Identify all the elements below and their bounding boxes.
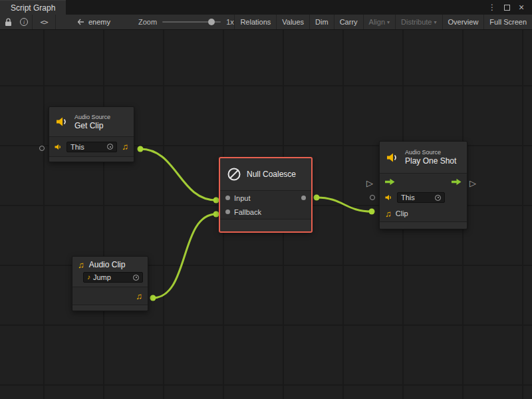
graph-breadcrumb[interactable]: enemy	[77, 18, 110, 26]
dim-button[interactable]: Dim	[309, 15, 334, 29]
flow-port-row	[380, 174, 467, 190]
info-icon: i	[20, 18, 28, 26]
fullscreen-button[interactable]: Full Screen	[483, 15, 532, 29]
carry-button[interactable]: Carry	[334, 15, 363, 29]
node-title-block: Audio Source Play One Shot	[405, 149, 456, 166]
node-title: Null Coalesce	[247, 170, 296, 179]
speaker-icon	[385, 194, 393, 201]
window-controls: ⋮ ×	[487, 0, 532, 15]
port-playoneshot-flow-out[interactable]: ▷	[469, 179, 476, 188]
port-playoneshot-flow-in[interactable]: ▷	[366, 179, 373, 188]
zoom-value: 1x	[226, 18, 234, 26]
audio-source-icon	[386, 152, 400, 164]
unity-graph-window: Script Graph ⋮ × i <> enemy	[0, 0, 532, 399]
clip-value: Jump	[93, 273, 111, 281]
graph-pointer-icon	[77, 19, 84, 25]
node-null-coalesce-body: Input Fallback	[220, 190, 311, 219]
distribute-button[interactable]: Distribute ▾	[395, 15, 442, 29]
audio-clip-note-icon: ♫	[385, 209, 392, 218]
this-port-row: This ♫	[49, 137, 134, 156]
audio-source-icon	[56, 116, 69, 128]
zoom-control: Zoom 1x	[138, 18, 234, 26]
this-object-field[interactable]: This	[66, 142, 117, 152]
port-playoneshot-clip	[369, 209, 375, 215]
zoom-slider[interactable]	[162, 21, 221, 23]
this-object-field[interactable]: This	[397, 192, 445, 203]
object-picker-icon[interactable]	[107, 144, 113, 150]
code-view-button[interactable]: <>	[33, 15, 55, 29]
overview-button[interactable]: Overview	[442, 15, 484, 29]
output-port-dot[interactable]	[301, 196, 306, 200]
menu-kebab-icon[interactable]: ⋮	[487, 2, 497, 13]
wire-output-to-clip	[317, 198, 372, 211]
node-category: Audio Source	[405, 149, 456, 156]
node-footer	[380, 222, 467, 229]
port-playoneshot-this-input[interactable]	[370, 195, 375, 200]
graph-name: enemy	[88, 18, 110, 26]
fallback-port-label: Fallback	[234, 208, 261, 216]
speaker-icon	[55, 144, 63, 150]
clip-object-field[interactable]: ♪ Jump	[83, 272, 143, 283]
object-picker-icon[interactable]	[133, 275, 139, 281]
input-port-label: Input	[234, 194, 250, 202]
port-nullcoalesce-input	[213, 198, 219, 203]
input-port-row: Input	[220, 191, 311, 205]
input-port-dot[interactable]	[225, 196, 230, 200]
values-button[interactable]: Values	[276, 15, 309, 29]
flow-in-arrow-icon[interactable]	[385, 178, 395, 186]
lock-button[interactable]	[0, 15, 16, 29]
port-nullcoalesce-output	[314, 195, 320, 201]
note-icon: ♪	[87, 274, 90, 281]
close-icon[interactable]: ×	[516, 2, 527, 13]
node-get-clip[interactable]: Audio Source Get Clip This ♫	[49, 106, 134, 162]
fallback-port-row: Fallback	[220, 205, 311, 219]
node-footer	[72, 305, 148, 311]
node-null-coalesce-header: Null Coalesce	[220, 158, 311, 190]
node-title-block: Audio Source Get Clip	[74, 114, 110, 130]
port-getclip-this-input[interactable]	[39, 146, 45, 151]
relations-button[interactable]: Relations	[234, 15, 276, 29]
tab-script-graph[interactable]: Script Graph	[0, 0, 66, 15]
wire-getclip-to-input	[140, 149, 216, 200]
wire-audioclip-to-fallback	[153, 214, 216, 298]
toolbar-divider	[55, 15, 56, 29]
node-null-coalesce[interactable]: Null Coalesce Input Fallback	[219, 158, 312, 232]
clip-port-row: ♫ Clip	[380, 205, 467, 221]
node-audio-clip-body: ♫	[72, 287, 148, 305]
port-nullcoalesce-fallback	[213, 211, 219, 217]
node-get-clip-header: Audio Source Get Clip	[49, 107, 134, 136]
node-title-row: ♫ Audio Clip	[78, 260, 142, 269]
node-footer	[49, 157, 134, 162]
tab-title: Script Graph	[11, 3, 55, 13]
audio-clip-note-icon: ♫	[78, 261, 84, 269]
port-audioclip-output	[150, 295, 156, 301]
zoom-slider-handle[interactable]	[208, 19, 215, 25]
node-audio-clip-header: ♫ Audio Clip ♪ Jump	[72, 257, 148, 285]
node-play-one-shot-body: This ♫ Clip	[380, 173, 467, 222]
graph-toolbar: i <> enemy Zoom 1x Relations Values Dim …	[0, 15, 532, 30]
this-port-row: This	[380, 190, 467, 205]
node-title: Audio Clip	[89, 260, 126, 269]
node-audio-clip[interactable]: ♫ Audio Clip ♪ Jump ♫	[72, 256, 148, 311]
audio-clip-note-icon: ♫	[136, 292, 142, 301]
node-get-clip-body: This ♫	[49, 136, 134, 157]
flow-out-arrow-icon[interactable]	[452, 178, 462, 186]
maximize-icon[interactable]	[501, 2, 512, 13]
object-picker-icon[interactable]	[435, 195, 441, 201]
audio-clip-note-icon: ♫	[122, 142, 128, 151]
node-footer	[220, 219, 311, 230]
node-play-one-shot[interactable]: Audio Source Play One Shot	[379, 141, 467, 229]
clip-port-label: Clip	[396, 209, 408, 217]
chevron-down-icon: ▾	[387, 19, 390, 25]
graph-canvas[interactable]: ▷ ▷ Audio Source Get Clip	[0, 30, 532, 399]
node-title: Get Clip	[74, 121, 110, 130]
info-button[interactable]: i	[16, 15, 32, 29]
chevron-down-icon: ▾	[434, 19, 437, 25]
zoom-label: Zoom	[138, 18, 157, 26]
node-category: Audio Source	[74, 114, 110, 121]
lock-icon	[5, 18, 12, 27]
node-title: Play One Shot	[405, 156, 456, 166]
fallback-port-dot[interactable]	[225, 209, 230, 214]
tab-bar: Script Graph ⋮ ×	[0, 0, 532, 15]
align-button[interactable]: Align ▾	[363, 15, 395, 29]
